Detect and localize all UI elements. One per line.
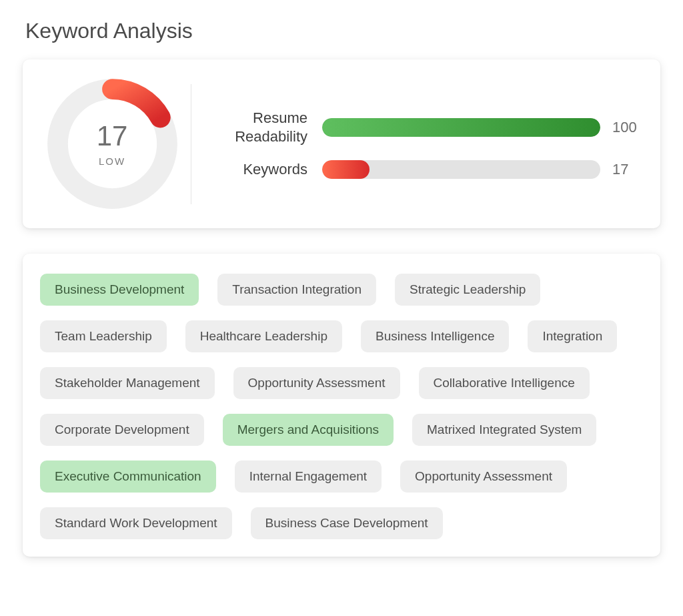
- metric-bar-row: Resume Readability100: [209, 109, 640, 145]
- score-gauge: 17 LOW: [39, 75, 185, 212]
- keyword-chip[interactable]: Opportunity Assessment: [400, 460, 567, 493]
- keywords-card: Business DevelopmentTransaction Integrat…: [23, 254, 660, 557]
- metric-bar-fill: [322, 118, 600, 137]
- keyword-chip[interactable]: Business Development: [40, 274, 199, 306]
- metric-bars: Resume Readability100Keywords17: [197, 94, 640, 194]
- gauge-center: 17 LOW: [97, 121, 128, 166]
- keyword-chip[interactable]: Matrixed Integrated System: [412, 414, 596, 446]
- gauge-label: LOW: [97, 155, 128, 166]
- keyword-chip[interactable]: Internal Engagement: [235, 460, 382, 493]
- keyword-chip[interactable]: Collaborative Intelligence: [419, 367, 590, 399]
- metric-bar-track: [322, 160, 600, 179]
- keyword-chip[interactable]: Healthcare Leadership: [185, 320, 342, 352]
- panel-title: Keyword Analysis: [25, 19, 660, 43]
- metric-bar-value: 100: [600, 119, 640, 136]
- metrics-card: 17 LOW Resume Readability100Keywords17: [23, 59, 660, 228]
- keyword-list: Business DevelopmentTransaction Integrat…: [40, 274, 643, 539]
- keyword-chip[interactable]: Corporate Development: [40, 414, 204, 446]
- keyword-chip[interactable]: Business Case Development: [251, 507, 443, 539]
- keyword-chip[interactable]: Transaction Integration: [217, 274, 376, 306]
- metric-bar-label: Keywords: [209, 160, 322, 179]
- metric-bar-fill: [322, 160, 370, 179]
- metric-bar-value: 17: [600, 161, 640, 178]
- keyword-chip[interactable]: Team Leadership: [40, 320, 167, 352]
- keyword-chip[interactable]: Opportunity Assessment: [233, 367, 400, 399]
- metric-bar-label: Resume Readability: [209, 109, 322, 145]
- keyword-chip[interactable]: Standard Work Development: [40, 507, 232, 539]
- keyword-chip[interactable]: Integration: [528, 320, 617, 352]
- keyword-chip[interactable]: Mergers and Acquisitions: [223, 414, 394, 446]
- keyword-chip[interactable]: Executive Communication: [40, 460, 216, 493]
- keyword-chip[interactable]: Business Intelligence: [361, 320, 510, 352]
- gauge-value: 17: [97, 121, 128, 149]
- vertical-divider: [191, 84, 191, 204]
- metric-bar-track: [322, 118, 600, 137]
- keyword-analysis-panel: Keyword Analysis 17 LOW Resume Readabili…: [0, 0, 683, 616]
- keyword-chip[interactable]: Stakeholder Management: [40, 367, 215, 399]
- metric-bar-row: Keywords17: [209, 160, 640, 179]
- keyword-chip[interactable]: Strategic Leadership: [395, 274, 540, 306]
